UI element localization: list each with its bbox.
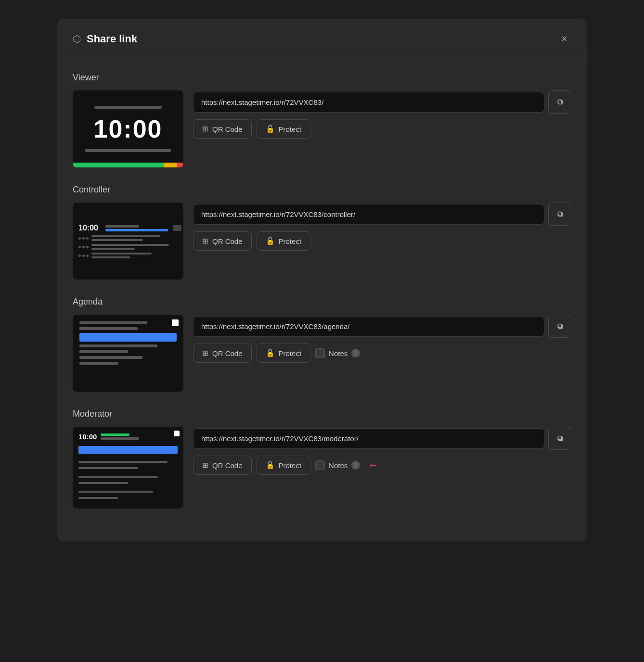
agenda-bar-1 xyxy=(79,321,147,324)
qr-icon: ⊞ xyxy=(202,125,208,133)
modal-title-area: ⬡ Share link xyxy=(73,33,137,45)
arrow-indicator: ← xyxy=(368,459,378,471)
lock-icon-2: 🔓 xyxy=(266,237,275,245)
agenda-notes-label: Notes xyxy=(329,349,348,357)
lock-icon-3: 🔓 xyxy=(266,349,275,357)
ctrl-btn-1 xyxy=(173,225,181,231)
progress-yellow xyxy=(164,163,177,167)
ctrl-row-4 xyxy=(78,253,178,258)
agenda-qr-button[interactable]: ⊞ QR Code xyxy=(193,344,252,363)
agenda-notes-toggle[interactable]: Notes i xyxy=(315,348,360,358)
moderator-preview: 10:00 xyxy=(73,427,183,509)
moderator-action-row: ⊞ QR Code 🔓 Protect Notes i ← xyxy=(193,456,571,475)
ctrl-line-5 xyxy=(91,253,152,255)
viewer-section: Viewer 10:00 ⧉ xyxy=(73,73,571,167)
ctrl-dot-4 xyxy=(78,246,81,248)
agenda-url-input[interactable] xyxy=(193,316,544,337)
controller-copy-button[interactable]: ⧉ xyxy=(548,203,571,226)
moderator-notes-toggle[interactable]: Notes i ← xyxy=(315,459,378,471)
agenda-copy-button[interactable]: ⧉ xyxy=(548,315,571,338)
moderator-qr-button[interactable]: ⊞ QR Code xyxy=(193,456,252,475)
controller-section-content: 10:00 xyxy=(73,203,571,280)
viewer-section-content: 10:00 ⧉ xyxy=(73,90,571,167)
agenda-section-content: ⧉ ⊞ QR Code 🔓 Protect xyxy=(73,315,571,392)
controller-url-input[interactable] xyxy=(193,204,544,225)
share-icon: ⬡ xyxy=(73,33,81,45)
agenda-protect-button[interactable]: 🔓 Protect xyxy=(257,344,311,363)
viewer-copy-button[interactable]: ⧉ xyxy=(548,90,571,114)
viewer-controls: ⧉ ⊞ QR Code 🔓 Protect xyxy=(193,90,571,139)
agenda-qr-label: QR Code xyxy=(212,349,243,357)
ctrl-dot-6 xyxy=(86,246,89,248)
moderator-notes-info-icon[interactable]: i xyxy=(351,461,360,470)
mod-spacer xyxy=(78,456,178,458)
ctrl-row-2 xyxy=(78,235,178,241)
agenda-bar-4 xyxy=(79,350,128,353)
moderator-copy-button[interactable]: ⧉ xyxy=(548,427,571,450)
ctrl-lines-2 xyxy=(91,244,178,250)
controller-protect-label: Protect xyxy=(279,237,302,245)
modal-header: ⬡ Share link × xyxy=(57,19,587,57)
moderator-url-input[interactable] xyxy=(193,428,544,449)
viewer-url-row: ⧉ xyxy=(193,90,571,114)
mod-line-1 xyxy=(78,461,167,463)
viewer-protect-button[interactable]: 🔓 Protect xyxy=(257,119,311,139)
ctrl-timer: 10:00 xyxy=(78,224,103,232)
mod-white-dot xyxy=(174,431,180,436)
ctrl-buttons xyxy=(173,225,183,231)
controller-qr-button[interactable]: ⊞ QR Code xyxy=(193,231,252,251)
progress-red xyxy=(177,163,183,167)
ctrl-bar-1 xyxy=(105,225,139,228)
moderator-section-content: 10:00 xyxy=(73,427,571,509)
moderator-controls: ⧉ ⊞ QR Code 🔓 Protect xyxy=(193,427,571,475)
mod-highlight-row xyxy=(78,446,178,454)
moderator-protect-button[interactable]: 🔓 Protect xyxy=(257,456,311,475)
viewer-section-title: Viewer xyxy=(73,73,571,83)
agenda-bar-6 xyxy=(79,362,118,365)
mod-line-3 xyxy=(78,476,158,478)
agenda-preview xyxy=(73,315,183,392)
viewer-action-row: ⊞ QR Code 🔓 Protect xyxy=(193,119,571,139)
modal-title: Share link xyxy=(87,33,137,45)
ctrl-line-6 xyxy=(91,256,130,258)
ctrl-bar-blue xyxy=(105,229,168,231)
controller-action-row: ⊞ QR Code 🔓 Protect xyxy=(193,231,571,251)
copy-icon-2: ⧉ xyxy=(557,210,563,218)
progress-green xyxy=(73,163,164,167)
qr-icon-4: ⊞ xyxy=(202,461,208,470)
ctrl-lines xyxy=(91,235,178,241)
moderator-qr-label: QR Code xyxy=(212,461,243,470)
viewer-bottom-bar xyxy=(85,149,171,152)
ctrl-lines-3 xyxy=(91,253,178,258)
mod-line-5 xyxy=(78,491,153,493)
moderator-notes-checkbox[interactable] xyxy=(315,460,325,470)
viewer-qr-button[interactable]: ⊞ QR Code xyxy=(193,119,252,139)
moderator-url-row: ⧉ xyxy=(193,427,571,450)
viewer-preview: 10:00 xyxy=(73,90,183,167)
close-button[interactable]: × xyxy=(557,31,571,47)
mod-line-2 xyxy=(78,467,138,469)
agenda-notes-info-icon[interactable]: i xyxy=(351,349,360,357)
ctrl-row-3 xyxy=(78,244,178,250)
mod-top-row: 10:00 xyxy=(78,433,178,441)
viewer-url-input[interactable] xyxy=(193,92,544,113)
viewer-protect-label: Protect xyxy=(279,125,302,133)
viewer-top-bar xyxy=(94,106,162,109)
ctrl-line-1 xyxy=(91,235,160,237)
lock-icon-4: 🔓 xyxy=(266,461,275,470)
qr-icon-2: ⊞ xyxy=(202,237,208,245)
agenda-protect-label: Protect xyxy=(279,349,302,357)
copy-icon: ⧉ xyxy=(557,98,563,106)
mod-line-6 xyxy=(78,497,118,499)
ctrl-dot-2 xyxy=(82,237,85,240)
controller-url-row: ⧉ xyxy=(193,203,571,226)
ctrl-dot-3 xyxy=(86,237,89,240)
agenda-bar-highlighted xyxy=(79,333,177,342)
share-link-modal: ⬡ Share link × Viewer 10:00 xyxy=(57,19,587,541)
controller-protect-button[interactable]: 🔓 Protect xyxy=(257,231,311,251)
agenda-white-dot xyxy=(172,319,179,326)
copy-icon-4: ⧉ xyxy=(557,434,563,443)
moderator-protect-label: Protect xyxy=(279,461,302,470)
mod-timer: 10:00 xyxy=(78,433,97,441)
agenda-notes-checkbox[interactable] xyxy=(315,348,325,358)
